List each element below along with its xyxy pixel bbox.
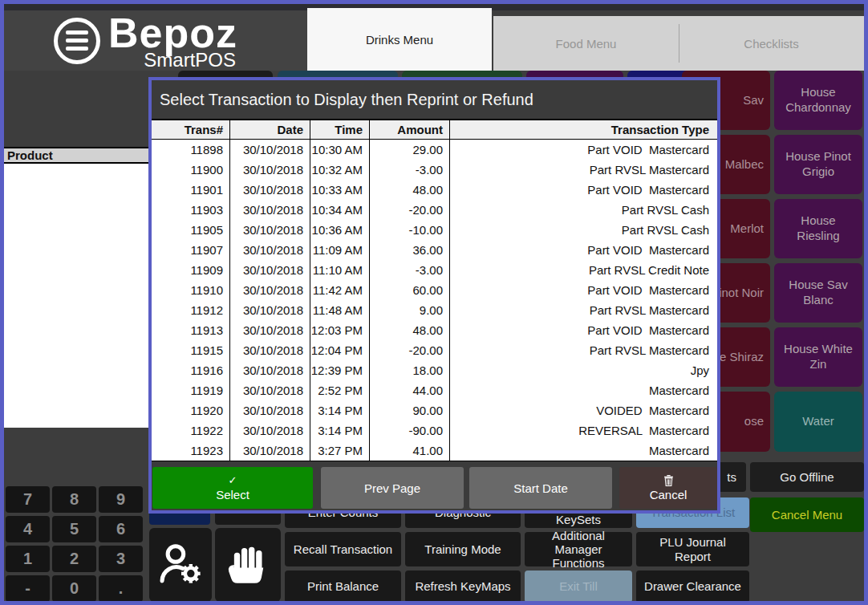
transaction-row[interactable]: 1192330/10/20183:27 PM41.00Mastercard — [152, 441, 717, 461]
dialog-footer: ✓ Select Prev Page Start Date — [152, 467, 717, 509]
transaction-cell: Part VOID Mastercard — [449, 140, 717, 160]
brand-name: Bepoz — [108, 12, 237, 54]
transaction-cell: 30/10/2018 — [229, 260, 310, 280]
keypad-key[interactable]: 6 — [99, 516, 143, 542]
manager-button[interactable]: Refresh KeyMaps — [405, 570, 521, 603]
tab-checklists[interactable]: Checklists — [679, 16, 864, 71]
manager-button[interactable]: Recall Transaction — [285, 532, 401, 566]
transaction-cell: 11:48 AM — [310, 300, 369, 320]
transaction-cell: 30/10/2018 — [229, 340, 310, 360]
keypad-key[interactable]: - — [6, 575, 50, 602]
transaction-row[interactable]: 1191330/10/201812:03 PM48.00Part VOID Ma… — [152, 320, 717, 340]
hold-button[interactable] — [215, 528, 281, 602]
transaction-row[interactable]: 1190530/10/201810:36 AM-10.00Part RVSL C… — [152, 220, 717, 240]
tab-drinks-menu[interactable]: Drinks Menu — [307, 8, 492, 71]
transaction-cell: 30/10/2018 — [229, 360, 310, 380]
transaction-cell: 11905 — [152, 220, 229, 240]
cancel-menu-button[interactable]: Cancel Menu — [750, 497, 864, 532]
keypad-key[interactable]: 7 — [6, 486, 50, 513]
go-offline-button[interactable]: Go Offline — [750, 462, 864, 492]
manager-button[interactable]: Print Balance — [285, 570, 401, 603]
transaction-cell: 11909 — [152, 260, 229, 280]
transaction-cell: 2:52 PM — [310, 380, 369, 400]
transaction-row[interactable]: 1190330/10/201810:34 AM-20.00Part RVSL C… — [152, 200, 717, 220]
transaction-row[interactable]: 1190930/10/201811:10 AM-3.00Part RVSL Cr… — [152, 260, 717, 280]
manager-button[interactable]: Training Mode — [405, 532, 521, 566]
column-header: Trans# — [152, 120, 229, 139]
keypad-key[interactable]: 4 — [6, 516, 50, 542]
transaction-cell: -90.00 — [369, 420, 449, 441]
transaction-cell: 30/10/2018 — [229, 280, 310, 300]
brand-logo: Bepoz SmartPOS — [4, 10, 307, 71]
transaction-cell: 10:30 AM — [310, 140, 369, 160]
select-button-label: Select — [216, 488, 249, 501]
transaction-cell: 30/10/2018 — [229, 220, 310, 240]
transaction-cell: 30/10/2018 — [229, 160, 310, 180]
transaction-cell: 30/10/2018 — [229, 380, 310, 400]
keypad-key[interactable]: 3 — [99, 546, 143, 572]
transaction-row[interactable]: 1190730/10/201811:09 AM36.00Part VOID Ma… — [152, 240, 717, 260]
manager-button[interactable]: Exit Till — [525, 570, 632, 603]
numeric-keypad: 789456123-0. — [6, 486, 143, 602]
keypad-key[interactable]: 0 — [52, 575, 96, 602]
transaction-row[interactable]: 1192030/10/20183:14 PM90.00VOIDED Master… — [152, 400, 717, 420]
transaction-row[interactable]: 1192230/10/20183:14 PM-90.00REVERSAL Mas… — [152, 420, 717, 441]
transaction-cell: 11900 — [152, 160, 229, 180]
drink-button[interactable]: House Riesling — [774, 199, 862, 258]
keypad-key[interactable]: 1 — [6, 546, 50, 572]
transaction-dialog: Select Transaction to Display then Repri… — [148, 77, 720, 514]
transaction-row[interactable]: 1189830/10/201810:30 AM29.00Part VOID Ma… — [152, 140, 717, 160]
tab-divider — [679, 24, 679, 63]
transaction-cell: 30/10/2018 — [229, 441, 310, 461]
start-date-label: Start Date — [513, 481, 568, 495]
transaction-cell: 11916 — [152, 360, 229, 380]
user-settings-button[interactable] — [149, 528, 212, 602]
transaction-row[interactable]: 1191030/10/201811:42 AM60.00Part VOID Ma… — [152, 280, 717, 300]
transaction-row[interactable]: 1190130/10/201810:33 AM48.00Part VOID Ma… — [152, 180, 717, 200]
transaction-row[interactable]: 1191230/10/201811:48 AM9.00Part RVSL Mas… — [152, 300, 717, 320]
drink-button[interactable]: House Pinot Grigio — [774, 135, 862, 194]
transaction-cell: 30/10/2018 — [229, 140, 310, 160]
transaction-row[interactable]: 1190030/10/201810:32 AM-3.00Part RVSL Ma… — [152, 160, 717, 180]
brand-subtitle: SmartPOS — [144, 51, 236, 70]
transaction-cell: Part VOID Mastercard — [449, 240, 717, 260]
transaction-cell: 11922 — [152, 420, 229, 441]
transaction-cell: 11915 — [152, 340, 229, 360]
manager-button[interactable]: Additional Manager Functions — [525, 532, 632, 566]
transaction-cell: 60.00 — [369, 280, 449, 300]
drink-button[interactable]: Water — [774, 392, 862, 452]
keypad-key[interactable]: 9 — [99, 486, 143, 513]
drink-button[interactable]: House White Zin — [774, 327, 862, 387]
keypad-key[interactable]: . — [99, 575, 143, 602]
transaction-cell: 11907 — [152, 240, 229, 260]
transaction-cell: Part RVSL Cash — [449, 220, 717, 240]
keypad-key[interactable]: 8 — [52, 486, 96, 513]
transaction-cell: Part VOID Mastercard — [449, 180, 717, 200]
cancel-button[interactable]: Cancel — [619, 467, 717, 509]
transaction-cell: 30/10/2018 — [229, 400, 310, 420]
transaction-cell: 30/10/2018 — [229, 180, 310, 200]
drink-button[interactable]: House Chardonnay — [774, 71, 862, 130]
select-button[interactable]: ✓ Select — [152, 467, 313, 509]
transaction-cell: Part VOID Mastercard — [449, 320, 717, 340]
prev-page-button[interactable]: Prev Page — [321, 467, 464, 509]
transaction-cell: 10:36 AM — [310, 220, 369, 240]
tab-food-menu[interactable]: Food Menu — [493, 16, 679, 71]
drink-button[interactable]: House Sav Blanc — [774, 263, 862, 323]
transaction-cell: 11898 — [152, 140, 229, 160]
transaction-cell: 3:14 PM — [310, 400, 369, 420]
transaction-row[interactable]: 1191630/10/201812:39 PM18.00Jpy — [152, 360, 717, 380]
transaction-row[interactable]: 1191930/10/20182:52 PM44.00Mastercard — [152, 380, 717, 400]
keypad-key[interactable]: 2 — [52, 546, 96, 572]
keypad-key[interactable]: 5 — [52, 516, 96, 542]
table-header-row: Trans# Date Time Amount Transaction Type — [152, 119, 717, 140]
transaction-cell: 11901 — [152, 180, 229, 200]
transaction-cell: 30/10/2018 — [229, 300, 310, 320]
start-date-button[interactable]: Start Date — [469, 467, 612, 509]
transaction-table: Trans# Date Time Amount Transaction Type… — [152, 119, 717, 461]
transaction-row[interactable]: 1191530/10/201812:04 PM-20.00Part RVSL M… — [152, 340, 717, 360]
manager-button[interactable]: PLU Journal Report — [636, 532, 749, 566]
transaction-cell: Mastercard — [449, 380, 717, 400]
manager-button[interactable]: Drawer Clearance — [636, 570, 749, 603]
transaction-cell: 29.00 — [369, 140, 449, 160]
